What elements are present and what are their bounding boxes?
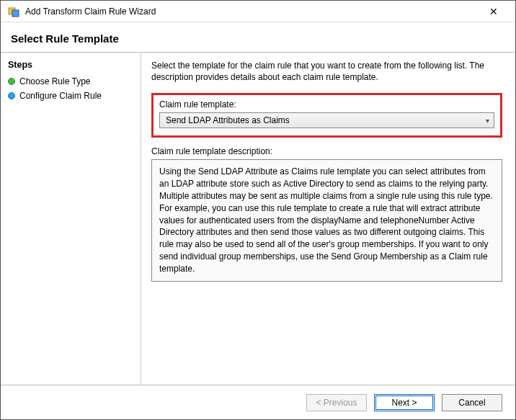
- page-title: Select Rule Template: [1, 22, 515, 52]
- intro-text: Select the template for the claim rule t…: [151, 60, 502, 83]
- dropdown-selected: Send LDAP Attributes as Claims: [166, 115, 290, 125]
- claim-rule-template-dropdown[interactable]: Send LDAP Attributes as Claims ▾: [159, 112, 494, 128]
- description-box: Using the Send LDAP Attribute as Claims …: [151, 159, 502, 281]
- previous-button: < Previous: [306, 394, 367, 411]
- step-choose-rule-type[interactable]: Choose Rule Type: [6, 74, 133, 89]
- close-icon: ✕: [489, 6, 498, 17]
- window-title: Add Transform Claim Rule Wizard: [25, 6, 479, 17]
- main-panel: Select the template for the claim rule t…: [141, 53, 515, 385]
- close-button[interactable]: ✕: [479, 1, 508, 22]
- steps-heading: Steps: [6, 57, 133, 74]
- cancel-button[interactable]: Cancel: [442, 394, 502, 411]
- titlebar: Add Transform Claim Rule Wizard ✕: [1, 1, 515, 22]
- step-configure-claim-rule[interactable]: Configure Claim Rule: [6, 89, 133, 103]
- step-current-icon: [8, 92, 15, 99]
- chevron-down-icon: ▾: [486, 117, 489, 125]
- description-label: Claim rule template description:: [151, 146, 502, 156]
- body: Steps Choose Rule Type Configure Claim R…: [1, 53, 515, 385]
- step-label: Choose Rule Type: [19, 76, 91, 86]
- step-label: Configure Claim Rule: [19, 91, 102, 101]
- next-button[interactable]: Next >: [374, 394, 435, 411]
- footer: < Previous Next > Cancel: [1, 385, 515, 419]
- wizard-window: Add Transform Claim Rule Wizard ✕ Select…: [0, 0, 516, 420]
- app-icon: [8, 6, 19, 17]
- steps-sidebar: Steps Choose Rule Type Configure Claim R…: [1, 53, 141, 385]
- template-label: Claim rule template:: [159, 99, 494, 110]
- svg-rect-1: [12, 10, 19, 17]
- template-highlight: Claim rule template: Send LDAP Attribute…: [151, 93, 502, 138]
- step-done-icon: [8, 78, 15, 85]
